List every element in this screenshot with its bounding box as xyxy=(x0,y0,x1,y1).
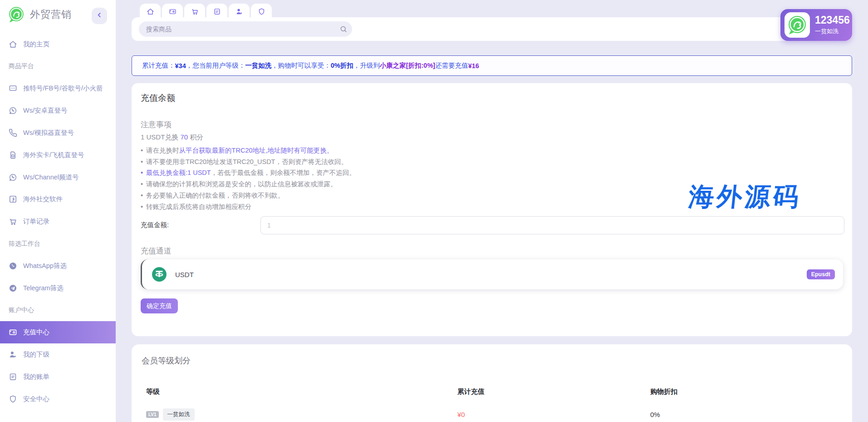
wallet-icon xyxy=(9,328,17,337)
tg-filled-icon xyxy=(9,284,17,293)
text-segment: 1 USDT兑换 xyxy=(141,133,181,141)
text-segment: 累计充值： xyxy=(142,61,175,70)
topbar xyxy=(132,17,852,41)
text-segment: 0%折扣 xyxy=(331,61,353,70)
note-item: •转账完成后系统将自动增加相应积分 xyxy=(141,201,356,213)
levels-column-header: 累计充值 xyxy=(457,387,650,396)
topbar-tab-home[interactable] xyxy=(140,4,161,19)
home-icon xyxy=(9,40,17,49)
text-segment: 请不要使用非TRC20地址发送TRC20_USDT，否则资产将无法收回。 xyxy=(146,158,348,165)
note-item: •请确保您的计算机和浏览器是安全的，以防止信息被篡改或泄露。 xyxy=(141,179,356,190)
levels-column-header: 等级 xyxy=(146,387,457,396)
text-segment: ，购物时可以享受： xyxy=(271,61,331,70)
text-segment: 转账完成后系统将自动增加相应积分 xyxy=(146,203,251,210)
sidebar-item-label: 我的账单 xyxy=(23,372,49,381)
sim-icon xyxy=(9,151,17,159)
channel-option-usdt[interactable]: USDT Epusdt xyxy=(141,259,843,289)
recharge-notice-banner: 累计充值：¥34，您当前用户等级：一贫如洗，购物时可以享受：0%折扣，升级到 小… xyxy=(132,55,852,76)
user-star-icon xyxy=(235,8,243,15)
sidebar-item-label: Ws/模拟器直登号 xyxy=(23,129,74,137)
sidebar-item-label: 订单记录 xyxy=(23,217,49,226)
text-segment: ¥34 xyxy=(175,62,186,70)
sidebar-item-label: 我的下级 xyxy=(23,350,49,359)
confirm-recharge-button[interactable]: 确定充值 xyxy=(141,298,178,313)
sidebar-item[interactable]: 我的下级 xyxy=(0,343,116,366)
cart-icon xyxy=(191,8,199,15)
sidebar-item-label: 海外实卡/飞机直登号 xyxy=(23,151,84,159)
sidebar-item[interactable]: 订单记录 xyxy=(0,210,116,233)
sidebar-item[interactable]: Ws/模拟器直登号 xyxy=(0,122,116,144)
sidebar-item[interactable]: 我的账单 xyxy=(0,366,116,388)
text-segment: 从平台获取最新的TRC20地址,地址随时有可能更换。 xyxy=(179,147,333,154)
shield-icon xyxy=(9,395,17,403)
user-badge[interactable]: 123456 一贫如洗 xyxy=(780,9,852,41)
topbar-tab-shield[interactable] xyxy=(251,4,272,19)
sidebar-item[interactable]: WhatsApp筛选 xyxy=(0,255,116,277)
level-badge: LV1 xyxy=(146,411,159,418)
levels-table-header: 等级累计充值购物折扣 xyxy=(132,384,852,399)
shield-icon xyxy=(258,8,265,15)
app-title: 外贸营销 xyxy=(30,8,72,21)
avatar xyxy=(785,12,810,38)
notes-list: •请在兑换时从平台获取最新的TRC20地址,地址随时有可能更换。•请不要使用非T… xyxy=(141,145,356,212)
phone-icon xyxy=(9,129,17,137)
sidebar-item[interactable]: Ws/Channel频道号 xyxy=(0,166,116,189)
sidebar-item[interactable]: 我的主页 xyxy=(0,33,116,55)
facebook-icon xyxy=(9,195,17,204)
notes-title: 注意事项 xyxy=(141,119,172,130)
amount-label: 充值金额: xyxy=(141,221,169,229)
sidebar-item-label: Telegram筛选 xyxy=(23,284,64,293)
sidebar-item-label: Ws/安卓直登号 xyxy=(23,106,67,115)
sidebar-item-label: 充值中心 xyxy=(23,328,49,337)
topbar-tab-cart[interactable] xyxy=(184,4,205,19)
recharge-card-title: 充值余额 xyxy=(141,92,175,104)
exchange-rate-line: 1 USDT兑换 70 积分 xyxy=(141,133,203,142)
channel-badge: Epusdt xyxy=(807,269,835,279)
level-recharge-value: ¥0 xyxy=(457,411,650,418)
text-segment: ，若低于最低金额，则余额不增加，资产不追回。 xyxy=(211,169,356,176)
sidebar-item[interactable]: 推特号/FB号/谷歌号/小火箭 xyxy=(0,78,116,100)
dragon-logo-icon xyxy=(7,5,25,24)
text-segment: 一贫如洗 xyxy=(245,61,271,70)
text-segment: 务必要输入正确的付款金额，否则将收不到款。 xyxy=(146,192,284,199)
sidebar-item-label: Ws/Channel频道号 xyxy=(23,173,78,182)
wallet-icon xyxy=(169,8,177,15)
sidebar-item-label: 我的主页 xyxy=(23,40,49,49)
sidebar-item[interactable]: 安全中心 xyxy=(0,388,116,410)
topbar-tab-user-star[interactable] xyxy=(229,4,250,19)
text-segment: ，升级到 xyxy=(353,61,380,70)
text-segment: 请在兑换时 xyxy=(146,147,179,154)
watermark-text: 海外源码 xyxy=(687,180,803,214)
sidebar-item-label: 推特号/FB号/谷歌号/小火箭 xyxy=(23,84,103,93)
bill-icon xyxy=(213,8,221,15)
channel-name: USDT xyxy=(175,271,194,278)
user-name: 123456 xyxy=(815,15,850,26)
text-segment: 积分 xyxy=(188,133,203,141)
usdt-icon xyxy=(152,267,167,282)
amount-input[interactable] xyxy=(260,216,844,234)
text-segment: 请确保您的计算机和浏览器是安全的，以防止信息被篡改或泄露。 xyxy=(146,180,337,188)
wa-filled-icon xyxy=(9,262,17,270)
sidebar-item[interactable]: 海外实卡/飞机直登号 xyxy=(0,144,116,166)
topbar-tab-bill[interactable] xyxy=(206,4,227,19)
sidebar: 外贸营销 我的主页商品平台推特号/FB号/谷歌号/小火箭Ws/安卓直登号Ws/模… xyxy=(0,0,116,422)
search-input[interactable] xyxy=(139,21,352,37)
logo: 外贸营销 xyxy=(7,5,72,24)
sidebar-item-label: 安全中心 xyxy=(23,395,49,403)
sidebar-item[interactable]: Ws/安卓直登号 xyxy=(0,99,116,122)
search-icon[interactable] xyxy=(339,25,348,33)
topbar-tab-wallet[interactable] xyxy=(162,4,183,19)
user-level: 一贫如洗 xyxy=(815,27,850,35)
level-discount-value: 0% xyxy=(650,411,843,418)
sidebar-item[interactable]: Telegram筛选 xyxy=(0,277,116,299)
note-item: •务必要输入正确的付款金额，否则将收不到款。 xyxy=(141,190,356,201)
sidebar-collapse-button[interactable] xyxy=(92,8,107,24)
sidebar-item[interactable]: 充值中心 xyxy=(0,321,116,343)
text-segment: 最低兑换金额:1 USDT xyxy=(146,169,211,176)
sidebar-item[interactable]: 海外社交软件 xyxy=(0,189,116,211)
level-table-row: LV1一贫如洗¥00% xyxy=(132,406,852,422)
member-levels-title: 会员等级划分 xyxy=(142,355,191,366)
bill-icon xyxy=(9,372,17,381)
text-segment: 还需要充值 xyxy=(435,61,468,70)
home-icon xyxy=(147,8,154,15)
